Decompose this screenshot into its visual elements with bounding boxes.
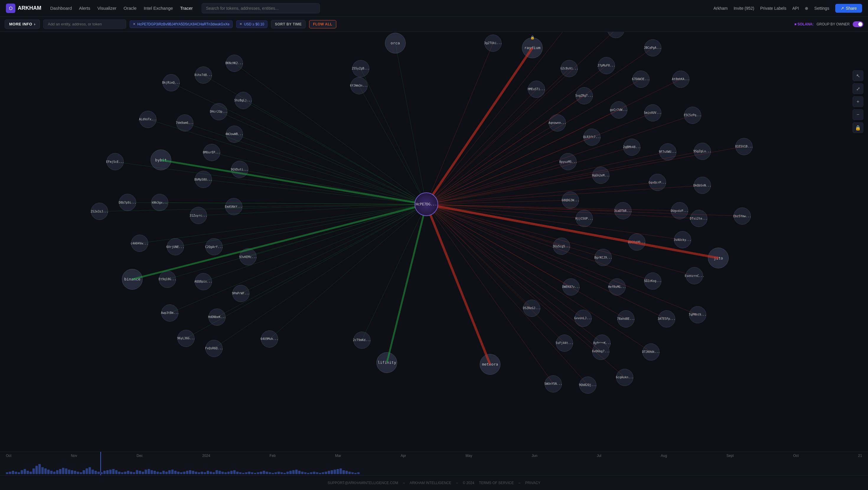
graph-node-n12[interactable]: 67DAW3E... bbox=[632, 70, 650, 88]
graph-node-n28[interactable]: 68QDG3W... bbox=[562, 192, 579, 209]
flow-button[interactable]: FLOW ALL bbox=[309, 20, 336, 28]
group-owner-toggle[interactable] bbox=[852, 21, 863, 27]
graph-node-n29[interactable]: HjjC5UP... bbox=[576, 210, 593, 227]
graph-node-n9[interactable]: J7pMuF8... bbox=[598, 57, 615, 74]
nav-private-labels[interactable]: Private Labels bbox=[760, 6, 786, 11]
graph-node-n13[interactable]: At8mhKA... bbox=[672, 70, 689, 88]
graph-node-n43[interactable]: D5ZReGJ... bbox=[523, 300, 540, 317]
graph-node-n44[interactable]: GvvonLJ... bbox=[575, 310, 592, 327]
graph-node-n57[interactable]: 2cT9mKd... bbox=[353, 332, 371, 349]
graph-node-n75[interactable]: EmA5NkY... bbox=[225, 198, 242, 215]
graph-node-n66[interactable]: 9PmPrWF... bbox=[232, 285, 249, 302]
zoom-out-button[interactable]: − bbox=[852, 109, 863, 120]
graph-node-n60[interactable]: 96yL36G... bbox=[178, 330, 194, 347]
graph-node-n59[interactable]: FxQsR6Q... bbox=[206, 340, 223, 357]
graph-node-n81[interactable]: 4WJowWB... bbox=[226, 125, 243, 143]
graph-node-n73[interactable]: 2S2e3zJ... bbox=[91, 203, 108, 220]
cursor-tool[interactable]: ↖ bbox=[852, 70, 863, 81]
graph-node-n88[interactable]: BKNcHK2... bbox=[226, 55, 243, 72]
graph-node-n17[interactable]: E5C5zPq... bbox=[684, 107, 701, 124]
sort-button[interactable]: SORT BY TIME bbox=[271, 20, 306, 28]
graph-node-n48[interactable]: 5sFj44t... bbox=[556, 335, 573, 352]
graph-node-n76[interactable]: EFmj5cE... bbox=[106, 153, 124, 170]
graph-node-n86[interactable]: 8ihx7d8... bbox=[195, 66, 212, 84]
footer-privacy[interactable]: PRIVACY bbox=[525, 481, 540, 485]
graph-node-n62[interactable]: Awp3tBm... bbox=[161, 305, 178, 321]
graph-node-n70[interactable]: 93vKEMc... bbox=[240, 248, 256, 265]
graph-node-n65[interactable]: binance bbox=[122, 269, 143, 290]
graph-node-n24[interactable]: 8pyuzM5... bbox=[559, 153, 577, 170]
graph-node-n77[interactable]: bybit bbox=[151, 149, 171, 170]
address-filter-tag[interactable]: ✕ HcPE7DGP3iRzBv9BJ4fYA5D5rLK84CHaRTn3dw… bbox=[130, 20, 232, 28]
graph-node-n85[interactable]: 5hzBgLj... bbox=[235, 92, 252, 109]
graph-node-n46[interactable]: 3ATE5Fp... bbox=[658, 310, 675, 327]
graph-node-n23[interactable]: 81E5V1B... bbox=[736, 138, 752, 155]
nav-api[interactable]: API bbox=[792, 6, 799, 11]
nav-alerts[interactable]: Alerts bbox=[79, 4, 90, 12]
graph-node-n2[interactable]: raydium🔒 bbox=[522, 37, 542, 58]
nav-settings[interactable]: Settings bbox=[814, 6, 829, 11]
expand-tool[interactable]: ⤢ bbox=[852, 83, 863, 94]
timeline[interactable]: OctNovDec2024FebMarAprMayJunJulAugSeptOc… bbox=[0, 452, 868, 475]
graph-node-n56[interactable]: lifinity bbox=[376, 352, 397, 373]
graph-node-n55[interactable]: meteora bbox=[480, 354, 500, 375]
graph-node-n20[interactable]: 2qBMh48... bbox=[623, 139, 640, 156]
graph-node-n50[interactable]: 6vD6bg7... bbox=[592, 343, 609, 360]
more-info-button[interactable]: MORE INFO › bbox=[5, 20, 40, 29]
usd-filter-tag[interactable]: ✕ USD ≥ $0.10 bbox=[236, 20, 268, 28]
graph-node-n45[interactable]: 78ahd8E... bbox=[617, 310, 634, 327]
lock-button[interactable]: 🔒 bbox=[852, 122, 863, 133]
graph-node-n63[interactable]: AQQ8pis... bbox=[195, 273, 212, 290]
nav-tracer[interactable]: Tracer bbox=[180, 4, 193, 12]
graph-node-n36[interactable]: 8DGXqUQ... bbox=[628, 233, 645, 251]
graph-node-n33[interactable]: Ebz5Ymw... bbox=[734, 207, 751, 225]
graph-node-n19[interactable]: QLR3ft7... bbox=[583, 128, 600, 146]
graph-node-n15[interactable]: goCr7dW... bbox=[610, 102, 627, 118]
graph-node-n21[interactable]: 9F7sXWU... bbox=[659, 143, 676, 161]
graph-node-n54[interactable]: 6cqAukn... bbox=[616, 369, 633, 386]
graph-node-n79[interactable]: BbMp58U... bbox=[195, 171, 212, 188]
zoom-in-button[interactable]: + bbox=[852, 96, 863, 107]
nav-arkham[interactable]: Arkham bbox=[713, 6, 727, 11]
nav-visualizer[interactable]: Visualizer bbox=[97, 4, 117, 12]
graph-node-n61[interactable]: HdDNbeK... bbox=[209, 309, 225, 326]
graph-node-n40[interactable]: HefRsMG... bbox=[609, 279, 626, 295]
nav-translate-icon[interactable]: ⊕ bbox=[805, 6, 808, 11]
graph-node-n71[interactable]: D8b7p9i... bbox=[119, 194, 136, 211]
footer-tos[interactable]: TERMS OF SERVICE bbox=[479, 481, 514, 485]
graph-node-n18[interactable]: Aqnownn... bbox=[549, 114, 566, 132]
graph-node-n64[interactable]: Et9q18G... bbox=[159, 271, 176, 288]
footer-email[interactable]: SUPPORT@ARKHAMINTELLIGENCE.COM bbox=[328, 481, 398, 485]
graph-node-n3[interactable]: 255yZgB... bbox=[352, 60, 369, 77]
graph-node-n67[interactable]: c4A04Vw... bbox=[131, 235, 148, 252]
graph-node-n11[interactable]: HMEuSTi... bbox=[528, 81, 545, 98]
graph-node-n16[interactable]: 5minXUV... bbox=[644, 104, 661, 121]
graph-node-n34[interactable]: 3Uy5cg5... bbox=[553, 238, 570, 255]
center-node[interactable]: HcPE7DG... bbox=[414, 193, 438, 216]
graph-node-n1[interactable]: orca bbox=[385, 33, 406, 54]
nav-dashboard[interactable]: Dashboard bbox=[50, 4, 72, 12]
graph-node-n87[interactable]: BkjRieQ... bbox=[163, 74, 180, 91]
graph-node-n25[interactable]: HqGh2eM... bbox=[592, 167, 609, 184]
graph-node-n74[interactable]: 31Zuyrc... bbox=[190, 207, 207, 224]
graph-node-n80[interactable]: 9GVDuti... bbox=[231, 161, 248, 178]
graph-node-n69[interactable]: C2QgArf... bbox=[206, 238, 223, 255]
graph-node-n27[interactable]: DkQbSnN... bbox=[694, 177, 711, 194]
share-button[interactable]: ↗ Share bbox=[835, 4, 862, 13]
graph-node-n58[interactable]: 64U9Muk... bbox=[261, 330, 278, 348]
graph-node-n68[interactable]: 6VrjUNE... bbox=[167, 238, 184, 255]
graph-node-n26[interactable]: GqvQcrP... bbox=[649, 174, 666, 191]
graph-node-n39[interactable]: DWEK87v... bbox=[562, 279, 580, 295]
entity-input[interactable] bbox=[43, 20, 126, 29]
graph-node-n31[interactable]: DUgvdzP... bbox=[671, 202, 688, 219]
nav-intel-exchange[interactable]: Intel Exchange bbox=[144, 4, 173, 12]
graph-node-n8[interactable]: G2c8uVi... bbox=[561, 60, 578, 77]
graph-node-n38[interactable]: jito bbox=[708, 248, 728, 268]
graph-node-n22[interactable]: 9SgZgLu... bbox=[694, 143, 711, 160]
graph-node-n52[interactable]: 5WUnY5N... bbox=[545, 375, 562, 393]
graph-node-n53[interactable]: 9QbB2Qj... bbox=[579, 376, 596, 394]
graph-node-n14[interactable]: 5vgZRgT... bbox=[576, 87, 593, 104]
graph-node-n4[interactable]: 3g2TUki... bbox=[485, 35, 502, 52]
graph-node-n84[interactable]: DHcrJ3p... bbox=[210, 103, 227, 120]
graph-node-n6[interactable]: DCrzUJv... bbox=[607, 32, 624, 38]
